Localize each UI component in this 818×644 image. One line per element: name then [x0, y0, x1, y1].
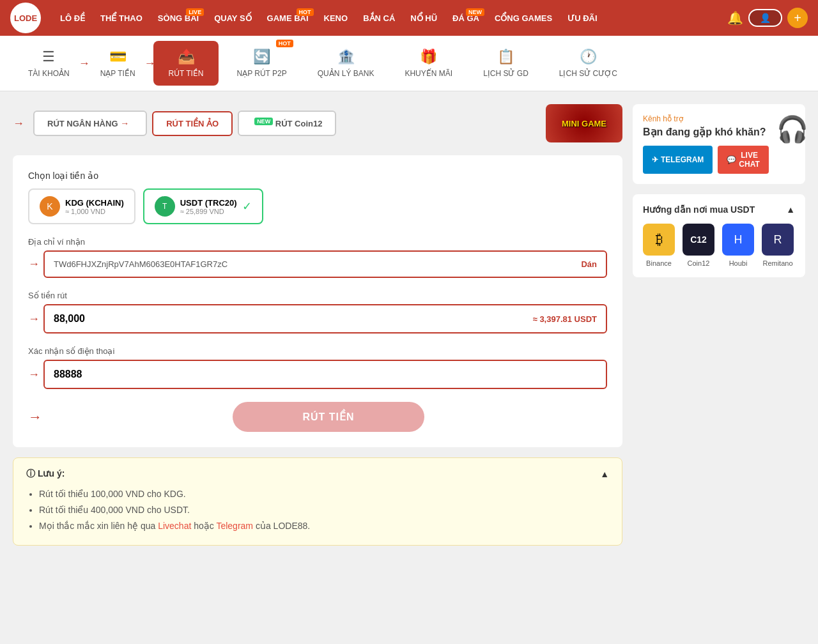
tab-rut-coin12[interactable]: NEW RÚT Coin12: [238, 111, 336, 136]
exchange-houbi[interactable]: H Houbi: [722, 224, 754, 267]
usdt-rate: ≈ 25,899 VND: [180, 208, 237, 215]
kdg-icon: K: [40, 196, 60, 217]
notes-list: Rút tối thiểu 100,000 VND cho KDG. Rút t…: [26, 486, 609, 535]
form-area: Chọn loại tiền ảo K KDG (KCHAIN) ≈ 1,000…: [13, 155, 622, 447]
nav-song-bai[interactable]: LIVE SÒNG BÀI: [151, 10, 205, 27]
wallet-input-wrapper: Dán: [43, 250, 607, 278]
add-money-button[interactable]: +: [787, 8, 808, 28]
exchange-icons: ₿ Binance C12 Coin12 H Houbi R Remitano: [643, 224, 795, 267]
notes-header: ⓘ Lưu ý: ▲: [26, 468, 609, 480]
left-panel: → RÚT NGÂN HÀNG → RÚT TIỀN ẢO NEW RÚT Co…: [13, 104, 622, 546]
sub-navigation: ☰ TÀI KHOẢN → 💳 NẠP TIỀN → 📤 RÚT TIỀN HO…: [0, 36, 818, 91]
amount-input-group: Số tiền rút → ≈ 3,397.81 USDT: [28, 291, 607, 334]
user-icon: 👤: [760, 13, 771, 23]
sub-nav-nap-rut-p2p[interactable]: HOT 🔄 NẠP RÚT P2P: [221, 36, 302, 91]
tab-rut-ngan-hang[interactable]: RÚT NGÂN HÀNG →: [33, 111, 147, 136]
nap-tien-icon: 💳: [109, 49, 127, 65]
khuyen-mai-icon: 🎁: [420, 49, 437, 65]
nav-the-thao[interactable]: THỂ THAO: [94, 10, 149, 27]
tab-arrow-2: →: [120, 118, 129, 128]
nav-game-bai[interactable]: HOT GAME BÀI: [261, 10, 315, 27]
crypto-option-usdt[interactable]: T USDT (TRC20) ≈ 25,899 VND ✓: [143, 188, 263, 224]
sub-nav-lich-su-gd[interactable]: 📋 LỊCH SỬ GD: [468, 36, 544, 91]
note-item-2: Rút tối thiểu 400,000 VND cho USDT.: [39, 502, 609, 518]
sub-nav-rut-tien[interactable]: 📤 RÚT TIỀN: [153, 41, 219, 86]
phone-arrow: →: [28, 368, 40, 381]
support-channel-label: Kênh hỗ trợ: [643, 114, 769, 123]
exchange-remitano[interactable]: R Remitano: [762, 224, 794, 267]
game-bai-badge: HOT: [297, 8, 314, 16]
phone-label: Xác nhận số điện thoại: [28, 346, 607, 356]
sub-nav-lich-su-cuoc[interactable]: 🕐 LỊCH SỬ CƯỢC: [544, 36, 633, 91]
nav-right-actions: 🔔 👤 +: [727, 8, 808, 28]
buy-guide-header: Hướng dẫn nơi mua USDT ▲: [643, 204, 795, 215]
crypto-option-kdg[interactable]: K KDG (KCHAIN) ≈ 1,000 VND: [28, 188, 135, 224]
sub-nav-quan-ly-bank[interactable]: 🏦 QUẢN LÝ BANK: [302, 36, 390, 91]
houbi-logo: H: [722, 224, 754, 256]
nav-ban-ca[interactable]: BẮN CÁ: [357, 10, 401, 27]
coin12-logo: C12: [683, 224, 714, 256]
coin12-new-badge: NEW: [254, 118, 273, 125]
amount-arrow: →: [28, 312, 40, 326]
amount-input[interactable]: [45, 305, 524, 332]
tai-khoan-icon: ☰: [42, 49, 55, 65]
sub-nav-tai-khoan[interactable]: ☰ TÀI KHOẢN →: [13, 36, 85, 91]
lich-su-cuoc-icon: 🕐: [580, 49, 597, 65]
da-ga-badge: NEW: [466, 8, 484, 16]
crypto-section-label: Chọn loại tiền ảo: [28, 171, 607, 181]
phone-input[interactable]: [45, 361, 606, 388]
bank-icon: 🏦: [337, 49, 355, 65]
livechat-link[interactable]: Livechat: [158, 521, 191, 531]
notification-bell[interactable]: 🔔: [727, 10, 743, 26]
nav-uu-dai[interactable]: ƯU ĐÃI: [561, 10, 603, 27]
support-title: Bạn đang gặp khó khăn?: [643, 126, 769, 138]
usdt-check-icon: ✓: [242, 199, 252, 213]
telegram-icon: ✈: [652, 155, 658, 164]
wallet-input-group: Địa chỉ ví nhận → Dán: [28, 237, 607, 278]
song-bai-badge: LIVE: [186, 8, 204, 16]
sub-nav-khuyen-mai[interactable]: 🎁 KHUYẾN MÃI: [389, 36, 468, 91]
kdg-rate: ≈ 1,000 VND: [65, 208, 124, 215]
sub-nav-nap-tien[interactable]: 💳 NẠP TIỀN →: [85, 36, 151, 91]
usdt-icon: T: [155, 196, 175, 217]
tab-row: → RÚT NGÂN HÀNG → RÚT TIỀN ẢO NEW RÚT Co…: [13, 104, 622, 142]
mini-game-banner[interactable]: MINI GAME: [546, 104, 622, 142]
amount-label: Số tiền rút: [28, 291, 607, 300]
tab-arrow-1: →: [13, 117, 24, 130]
note-item-3: Mọi thắc mắc xin liên hệ qua Livechat ho…: [39, 518, 609, 534]
nav-da-ga[interactable]: NEW ĐÁ GÀ: [446, 10, 486, 27]
nav-quay-so[interactable]: QUAY SỐ: [208, 10, 258, 27]
exchange-binance[interactable]: ₿ Binance: [643, 224, 675, 267]
wallet-address-input[interactable]: [45, 252, 572, 277]
headphone-icon: 🎧: [776, 114, 808, 144]
telegram-link[interactable]: Telegram: [216, 521, 253, 531]
nav-keno[interactable]: KENO: [318, 10, 355, 27]
amount-input-wrapper: ≈ 3,397.81 USDT: [43, 304, 607, 334]
kdg-name: KDG (KCHAIN): [65, 198, 124, 208]
nav-no-hu[interactable]: NỔ HŨ: [404, 10, 444, 27]
usdt-name: USDT (TRC20): [180, 198, 237, 208]
lich-su-gd-icon: 📋: [497, 49, 514, 65]
notes-collapse-icon[interactable]: ▲: [600, 469, 609, 479]
buy-guide-card: Hướng dẫn nơi mua USDT ▲ ₿ Binance C12 C…: [633, 194, 805, 277]
user-account-button[interactable]: 👤: [748, 9, 782, 27]
rut-tien-icon: 📤: [178, 49, 195, 65]
livechat-button[interactable]: 💬 LIVE CHAT: [718, 146, 768, 174]
nav-cong-games[interactable]: CỔNG GAMES: [488, 10, 559, 27]
tab-rut-tien-ao[interactable]: RÚT TIỀN ẢO: [152, 111, 233, 136]
wallet-label: Địa chỉ ví nhận: [28, 237, 607, 247]
buy-guide-collapse-icon[interactable]: ▲: [786, 204, 795, 215]
main-content: → RÚT NGÂN HÀNG → RÚT TIỀN ẢO NEW RÚT Co…: [0, 91, 818, 558]
exchange-coin12[interactable]: C12 Coin12: [683, 224, 714, 267]
support-card: Kênh hỗ trợ Bạn đang gặp khó khăn? ✈ TEL…: [633, 104, 805, 184]
nav-lo-de[interactable]: LÔ ĐỀ: [54, 10, 91, 27]
paste-button[interactable]: Dán: [572, 252, 606, 277]
logo[interactable]: LODE: [10, 3, 41, 33]
submit-button[interactable]: RÚT TIỀN: [233, 402, 424, 432]
telegram-button[interactable]: ✈ TELEGRAM: [643, 146, 713, 174]
phone-input-group: Xác nhận số điện thoại →: [28, 346, 607, 389]
phone-input-wrapper: [43, 360, 607, 389]
note-item-1: Rút tối thiểu 100,000 VND cho KDG.: [39, 486, 609, 502]
right-panel: Kênh hỗ trợ Bạn đang gặp khó khăn? ✈ TEL…: [633, 104, 805, 546]
crypto-options: K KDG (KCHAIN) ≈ 1,000 VND T USDT (TRC20…: [28, 188, 607, 224]
